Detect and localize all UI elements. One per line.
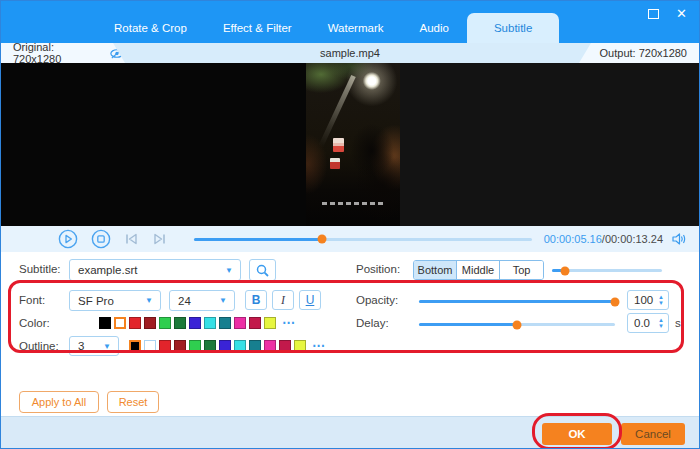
underline-button[interactable]: U bbox=[299, 290, 321, 310]
color-swatch[interactable] bbox=[129, 317, 141, 329]
outline-size-value: 3 bbox=[70, 340, 84, 352]
color-swatch[interactable] bbox=[264, 317, 276, 329]
opacity-spinner[interactable]: 100 ▲ ▼ bbox=[627, 290, 669, 310]
outline-color-swatches: ⋯ bbox=[129, 340, 325, 352]
color-swatch[interactable] bbox=[144, 317, 156, 329]
color-swatch[interactable] bbox=[174, 317, 186, 329]
font-family-value: SF Pro bbox=[70, 295, 114, 307]
tab-rotate-crop[interactable]: Rotate & Crop bbox=[96, 13, 205, 43]
color-swatch[interactable] bbox=[204, 317, 216, 329]
info-bar: sample.mp4 Original: 720x1280 Output: 72… bbox=[1, 43, 699, 63]
color-swatch-selected[interactable] bbox=[114, 317, 126, 329]
delay-slider-thumb[interactable] bbox=[513, 320, 522, 329]
seek-slider-thumb[interactable] bbox=[318, 235, 327, 244]
color-swatch[interactable] bbox=[159, 340, 171, 352]
position-middle-button[interactable]: Middle bbox=[457, 261, 500, 279]
opacity-value: 100 bbox=[634, 294, 653, 306]
chevron-down-icon: ▼ bbox=[103, 342, 118, 351]
delay-value: 0.0 bbox=[634, 317, 650, 329]
search-icon bbox=[256, 264, 269, 277]
delay-unit: s bbox=[675, 317, 681, 329]
reset-button[interactable]: Reset bbox=[107, 391, 159, 413]
font-family-dropdown[interactable]: SF Pro ▼ bbox=[69, 290, 161, 311]
delay-spinner[interactable]: 0.0 ▲ ▼ bbox=[627, 313, 669, 333]
chevron-down-icon: ▼ bbox=[219, 296, 234, 305]
cancel-button[interactable]: Cancel bbox=[621, 423, 685, 445]
previous-frame-icon[interactable] bbox=[124, 232, 139, 246]
held-object bbox=[330, 158, 340, 169]
tab-subtitle[interactable]: Subtitle bbox=[467, 13, 559, 43]
delay-label: Delay: bbox=[356, 317, 389, 329]
position-bottom-button[interactable]: Bottom bbox=[414, 261, 457, 279]
video-frame bbox=[306, 63, 400, 226]
color-swatch[interactable] bbox=[279, 340, 291, 352]
edit-dialog-window: Rotate & Crop Effect & Filter Watermark … bbox=[0, 0, 700, 449]
font-label: Font: bbox=[19, 294, 45, 306]
close-icon[interactable]: ✕ bbox=[676, 8, 687, 20]
color-swatch[interactable] bbox=[159, 317, 171, 329]
apply-to-all-button[interactable]: Apply to All bbox=[19, 391, 99, 413]
position-slider[interactable] bbox=[552, 269, 662, 272]
tab-effect-filter[interactable]: Effect & Filter bbox=[205, 13, 310, 43]
font-size-value: 24 bbox=[170, 295, 191, 307]
position-top-button[interactable]: Top bbox=[500, 261, 543, 279]
held-object bbox=[333, 138, 344, 152]
color-swatch[interactable] bbox=[264, 340, 276, 352]
more-colors-icon[interactable]: ⋯ bbox=[282, 318, 295, 328]
color-swatch[interactable] bbox=[234, 317, 246, 329]
color-swatch[interactable] bbox=[249, 340, 261, 352]
opacity-label: Opacity: bbox=[356, 294, 398, 306]
color-swatch[interactable] bbox=[219, 340, 231, 352]
next-frame-icon[interactable] bbox=[152, 232, 167, 246]
ok-button[interactable]: OK bbox=[542, 423, 612, 445]
color-swatch[interactable] bbox=[99, 317, 111, 329]
outline-label: Outline: bbox=[19, 340, 59, 352]
playback-controls: 00:00:05.16/00:00:13.24 bbox=[1, 226, 699, 252]
seek-slider[interactable] bbox=[194, 238, 532, 241]
color-swatch[interactable] bbox=[144, 340, 156, 352]
spinner-down-icon[interactable]: ▼ bbox=[658, 323, 664, 329]
font-size-dropdown[interactable]: 24 ▼ bbox=[169, 290, 235, 311]
spinner-down-icon[interactable]: ▼ bbox=[658, 300, 664, 306]
stop-icon[interactable] bbox=[91, 229, 111, 249]
chevron-down-icon: ▼ bbox=[145, 296, 160, 305]
color-swatch[interactable] bbox=[174, 340, 186, 352]
text-color-swatches: ⋯ bbox=[99, 317, 295, 329]
color-swatch-selected[interactable] bbox=[129, 340, 141, 352]
italic-button[interactable]: I bbox=[272, 290, 294, 310]
maximize-icon[interactable] bbox=[648, 9, 659, 19]
color-swatch[interactable] bbox=[249, 317, 261, 329]
opacity-slider-thumb[interactable] bbox=[611, 297, 620, 306]
opacity-slider[interactable] bbox=[419, 300, 615, 303]
subtitle-file-dropdown[interactable]: example.srt ▼ bbox=[69, 259, 241, 281]
color-swatch[interactable] bbox=[219, 317, 231, 329]
tab-bar: Rotate & Crop Effect & Filter Watermark … bbox=[96, 13, 559, 43]
position-button-group: Bottom Middle Top bbox=[413, 260, 544, 280]
tab-audio[interactable]: Audio bbox=[402, 13, 467, 43]
outline-size-dropdown[interactable]: 3 ▼ bbox=[69, 336, 119, 356]
position-slider-thumb[interactable] bbox=[561, 266, 570, 275]
tab-watermark[interactable]: Watermark bbox=[310, 13, 402, 43]
bold-button[interactable]: B bbox=[245, 290, 267, 310]
color-swatch[interactable] bbox=[189, 317, 201, 329]
subtitle-file-value: example.srt bbox=[70, 264, 137, 276]
titlebar: Rotate & Crop Effect & Filter Watermark … bbox=[1, 1, 699, 43]
light-beam bbox=[318, 75, 355, 148]
volume-icon[interactable] bbox=[671, 232, 687, 246]
color-swatch[interactable] bbox=[189, 340, 201, 352]
color-swatch[interactable] bbox=[294, 340, 306, 352]
original-resolution: Original: 720x1280 bbox=[13, 41, 99, 65]
color-swatch[interactable] bbox=[204, 340, 216, 352]
position-label: Position: bbox=[356, 263, 400, 275]
chevron-down-icon: ▼ bbox=[225, 266, 240, 275]
delay-slider[interactable] bbox=[419, 323, 615, 326]
subtitle-settings-panel: Subtitle: example.srt ▼ Position: Bottom… bbox=[1, 252, 699, 416]
more-colors-icon[interactable]: ⋯ bbox=[312, 341, 325, 351]
color-swatch[interactable] bbox=[234, 340, 246, 352]
total-time: /00:00:13.24 bbox=[602, 233, 663, 245]
browse-subtitle-button[interactable] bbox=[249, 259, 276, 281]
output-resolution: Output: 720x1280 bbox=[600, 47, 687, 59]
play-icon[interactable] bbox=[58, 229, 78, 249]
color-label: Color: bbox=[19, 317, 50, 329]
dialog-footer: OK Cancel bbox=[1, 416, 699, 449]
